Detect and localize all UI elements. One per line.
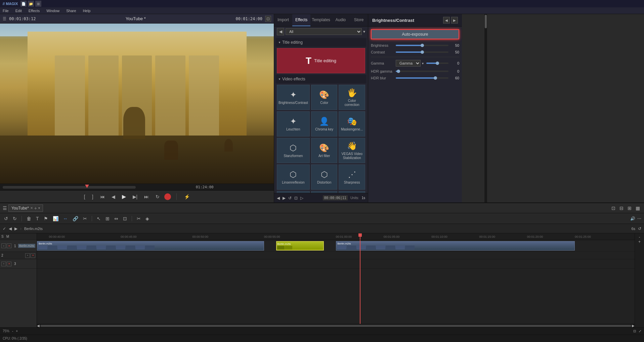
tl-hscroll[interactable]: ◀ ▶ xyxy=(37,324,635,327)
tl-undo-btn[interactable]: ↺ xyxy=(3,215,9,222)
tl-fit-btn[interactable]: ⊡ xyxy=(633,329,636,333)
menu-window[interactable]: Window xyxy=(45,9,61,13)
step-forward-btn[interactable]: ▶| xyxy=(131,193,140,200)
tl-title-btn[interactable]: T xyxy=(35,215,40,222)
hdr-gamma-slider[interactable] xyxy=(396,71,448,72)
tl-move-btn[interactable]: ↔ xyxy=(62,215,69,222)
track1-delete-btn[interactable]: ✕ xyxy=(7,243,11,248)
filter-back-btn[interactable]: ◀ xyxy=(277,28,284,35)
titlebar-folder-icon[interactable]: 📁 xyxy=(28,1,34,7)
tl-marker-btn[interactable]: ◈ xyxy=(144,215,151,222)
tl-audio-btn[interactable]: 🔊 xyxy=(630,216,635,221)
category-title-editing[interactable]: ▼ Title editing xyxy=(275,38,367,47)
clip-berlin-yellow[interactable]: Berlin.m2ts xyxy=(276,241,324,251)
effect-color[interactable]: 🎨 Color xyxy=(311,85,338,110)
effect-art-filter[interactable]: 🎨 Art filter xyxy=(311,138,338,163)
track2-expand-btn[interactable]: + xyxy=(25,253,30,258)
gamma-slider[interactable] xyxy=(426,63,448,64)
hscroll-thumb[interactable] xyxy=(40,325,631,327)
effects-icon1[interactable]: ↺ xyxy=(288,196,292,200)
tl-nav-check[interactable]: ✓ xyxy=(3,226,6,231)
effects-icon3[interactable]: ▷ xyxy=(300,196,303,200)
effects-next-btn[interactable]: ▶ xyxy=(283,196,286,200)
mark-out-btn[interactable]: ] xyxy=(90,193,95,200)
hscroll-right-btn[interactable]: ▶ xyxy=(632,324,635,327)
menu-edit[interactable]: Edit xyxy=(14,9,23,13)
right-scrollbar[interactable] xyxy=(484,14,487,202)
tl-nav-forward[interactable]: ▶ xyxy=(14,226,17,231)
tl-refresh-btn[interactable]: ↺ xyxy=(638,226,641,231)
tracks-area[interactable]: Berlin.m2ts xyxy=(37,240,635,324)
effect-chroma-key[interactable]: 👤 Chroma key xyxy=(311,111,338,137)
loop-btn[interactable]: ↻ xyxy=(154,193,162,200)
tl-hamburger[interactable]: ☰ xyxy=(3,205,7,211)
zoom-minus[interactable]: - xyxy=(12,329,13,333)
track3-delete-btn[interactable]: ✕ xyxy=(7,262,11,266)
tl-view-btn4[interactable]: ▦ xyxy=(634,205,641,212)
gamma-dropdown[interactable]: Gamma xyxy=(396,60,421,67)
tab-templates[interactable]: Templates xyxy=(310,14,332,26)
tl-cursor-btn[interactable]: ↖ xyxy=(95,215,102,222)
hamburger-icon[interactable]: ☰ xyxy=(3,16,6,21)
tl-track-btn[interactable]: 📊 xyxy=(51,215,60,222)
effect-linsenreflexion[interactable]: ⬡ Linsenreflexion xyxy=(277,164,310,190)
menu-share[interactable]: Share xyxy=(65,9,77,13)
track1-expand-btn[interactable]: + xyxy=(1,243,6,248)
effect-brightness-contrast[interactable]: ✦ Brightness/Contrast xyxy=(277,85,310,110)
timeline-add-tab-btn[interactable]: + xyxy=(34,205,37,211)
tl-delete-btn[interactable]: 🗑 xyxy=(25,215,33,222)
effect-vegas-stabilization[interactable]: 👋 VEGAS Video Stabilization xyxy=(339,138,365,163)
titlebar-grid-icon[interactable]: ⊞ xyxy=(35,1,41,7)
effects-icon2[interactable]: ⊡ xyxy=(294,196,298,200)
tl-view-btn2[interactable]: ⊟ xyxy=(618,205,625,212)
tl-zoom-in-btn[interactable]: + xyxy=(638,239,641,244)
tl-redo-btn[interactable]: ↻ xyxy=(11,215,18,222)
contrast-slider[interactable] xyxy=(396,51,448,53)
filter-dropdown[interactable]: All xyxy=(286,28,362,35)
category-video-effects[interactable]: ▼ Video effects xyxy=(275,75,367,83)
tl-trim-btn[interactable]: ⊞ xyxy=(104,215,111,222)
rewind-btn[interactable]: ⏮ xyxy=(98,193,107,200)
mark-in-btn[interactable]: [ xyxy=(82,193,87,200)
tab-effects[interactable]: Effects xyxy=(292,14,310,26)
play-btn[interactable]: ▶ xyxy=(120,193,128,200)
tl-unlink-btn[interactable]: ✂ xyxy=(82,215,88,222)
tl-nav-back[interactable]: ◀ xyxy=(9,226,12,231)
tl-razor-btn[interactable]: ✂ xyxy=(135,215,142,222)
timeline-tab-arrow[interactable]: ▾ xyxy=(38,206,40,210)
timeline-tab-youtube[interactable]: YouTube* ✕ + ▾ xyxy=(8,204,43,212)
tl-view-btn3[interactable]: ⊞ xyxy=(626,205,633,212)
clip-berlin-1[interactable]: Berlin.m2ts xyxy=(37,241,264,251)
track3-expand-btn[interactable]: + xyxy=(1,262,6,266)
effect-leuchten[interactable]: ✦ Leuchten xyxy=(277,111,310,137)
tab-store[interactable]: Store xyxy=(350,14,368,26)
effects-prev-btn[interactable]: ◀ xyxy=(277,196,280,200)
tl-link-btn[interactable]: 🔗 xyxy=(71,215,80,222)
hscroll-left-btn[interactable]: ◀ xyxy=(37,324,40,327)
tl-zoom-out-btn[interactable]: - xyxy=(639,235,640,239)
auto-exposure-btn[interactable]: Auto-exposure xyxy=(371,29,459,39)
effect-maskengene[interactable]: 🎭 Maskengene... xyxy=(339,111,365,137)
tl-view-btn1[interactable]: ⊡ xyxy=(610,205,617,212)
lightning-btn[interactable]: ⚡ xyxy=(182,193,192,200)
tl-more-btn[interactable]: ⋯ xyxy=(637,216,641,221)
hdr-blur-slider[interactable] xyxy=(396,77,448,79)
menu-effects[interactable]: Effects xyxy=(27,9,41,13)
menu-file[interactable]: File xyxy=(1,9,10,13)
maximize-btn[interactable]: ⊡ xyxy=(265,16,271,22)
tl-ripple-btn[interactable]: ⊡ xyxy=(122,215,128,222)
props-expand-btn[interactable]: ▶ xyxy=(451,17,458,24)
menu-help[interactable]: Help xyxy=(82,9,92,13)
effect-title-editing[interactable]: T Title editing xyxy=(277,48,365,73)
titlebar-file-icon[interactable]: 📄 xyxy=(20,1,27,7)
timeline-tab-close[interactable]: ✕ xyxy=(30,206,33,210)
clip-berlin-2[interactable]: Berlin.m2ts xyxy=(336,241,575,251)
effect-color-correction[interactable]: 🖐 Color correction xyxy=(339,85,365,110)
effect-sharpness[interactable]: ⋰ Sharpness xyxy=(339,164,365,190)
tl-expand-btn[interactable]: ⤢ xyxy=(639,329,641,333)
effect-stanzformen[interactable]: ⬡ Stanzformen xyxy=(277,138,310,163)
effect-distortion[interactable]: ⬡ Distortion xyxy=(311,164,338,190)
props-pin-btn[interactable]: ◀ xyxy=(443,17,450,24)
track2-delete-btn[interactable]: ✕ xyxy=(31,253,35,258)
tab-import[interactable]: Import xyxy=(274,14,292,26)
